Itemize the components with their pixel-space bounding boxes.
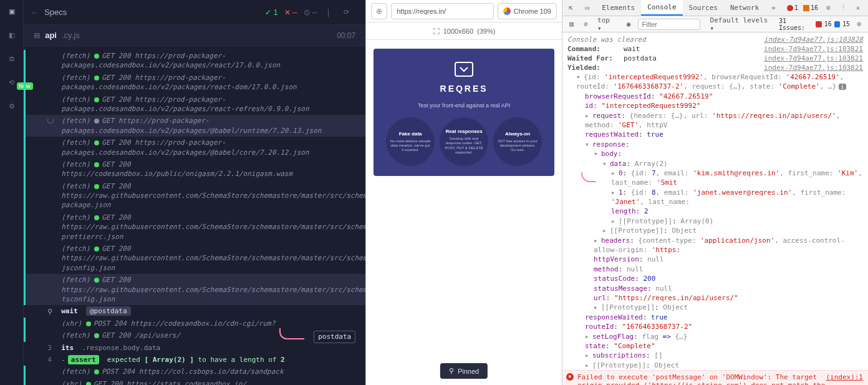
pin-icon: ⚲ bbox=[47, 307, 52, 316]
log-line[interactable]: (fetch) GET 200 https://prod-packager-pa… bbox=[24, 72, 365, 94]
object-prop[interactable]: state: "Complete" bbox=[562, 341, 868, 351]
log-line[interactable]: (fetch) GET 200 https://raw.githubuserco… bbox=[24, 212, 365, 243]
settings-icon[interactable]: ⚙ bbox=[823, 4, 833, 12]
issues-chip[interactable]: 31 Issues: 16 15 bbox=[779, 17, 850, 31]
log-line[interactable]: (fetch) GET 200 https://prod-packager-pa… bbox=[24, 50, 365, 72]
viewport-size: 1000x660 bbox=[443, 27, 473, 35]
wait-command[interactable]: ⚲wait @postdata bbox=[24, 305, 365, 317]
log-line[interactable]: (fetch) GET 200 https://prod-packager-pa… bbox=[24, 137, 365, 158]
more-icon[interactable]: ⋮ bbox=[838, 4, 848, 12]
object-prop[interactable]: ▾response: bbox=[562, 140, 868, 149]
hero-circle: Real responsesDevelop with real response… bbox=[440, 117, 488, 166]
log-line[interactable]: (fetch) GET 200 /api/users/ postdata bbox=[24, 329, 365, 341]
array-item[interactable]: ▸0: {id: 7, email: 'kim.smith@reqres.in'… bbox=[562, 168, 868, 188]
activity-debug-icon[interactable]: ⟲ New bbox=[6, 76, 18, 89]
object-prop[interactable]: ▾body: bbox=[562, 149, 868, 158]
inspect-icon[interactable]: ⇱ bbox=[562, 0, 579, 16]
tab-sources[interactable]: Sources bbox=[683, 0, 724, 16]
object-prop[interactable]: routeId: "1676463368737-2" bbox=[562, 322, 868, 331]
hero-circle: Fake dataNo more tedious sample data cre… bbox=[386, 117, 435, 166]
activity-runs-icon[interactable]: ⧉ bbox=[6, 52, 18, 65]
url-input[interactable]: https://reqres.in/ bbox=[391, 3, 494, 19]
object-prop[interactable]: ▸[[Prototype]]: Object bbox=[562, 226, 868, 235]
pin-icon: ⚲ bbox=[449, 367, 454, 375]
clear-console-icon[interactable]: ⊘ bbox=[581, 20, 591, 28]
runner-controls: ✓ 1 ✕ -- ⊙ -- │ ⟳ bbox=[259, 8, 358, 17]
log-line[interactable]: (fetch) GET 200 https://codesandbox.io/p… bbox=[24, 158, 365, 180]
object-prop[interactable]: statusCode: 200 bbox=[562, 274, 868, 283]
object-prop[interactable]: httpVersion: null bbox=[562, 255, 868, 264]
site-hero: REQRES Test your front-end against a rea… bbox=[374, 49, 554, 176]
activity-logo-icon[interactable]: ▣ bbox=[6, 5, 18, 17]
devtools-panel: ⇱ ▭ Elements Console Sources Network » 1… bbox=[562, 0, 868, 385]
filter-input[interactable] bbox=[638, 19, 700, 30]
object-prop[interactable]: ▸[[Prototype]]: Object bbox=[562, 361, 868, 370]
object-prop[interactable]: ▾data: Array(2) bbox=[562, 159, 868, 168]
console-settings-icon[interactable]: ⚙ bbox=[854, 20, 864, 28]
object-prop[interactable]: ▸[[Prototype]]: Array(0) bbox=[562, 217, 868, 226]
source-link[interactable]: index-7d94ae77.js:103821 bbox=[764, 45, 863, 53]
object-prop[interactable]: length: 2 bbox=[562, 207, 868, 216]
its-command[interactable]: 3its .response.body.data bbox=[24, 342, 365, 354]
object-prop[interactable]: browserRequestId: "42667.26519" bbox=[562, 92, 868, 101]
reload-icon[interactable]: ⟳ bbox=[340, 8, 352, 16]
assert-command[interactable]: 4-assert expected [ Array(2) ] to have a… bbox=[24, 354, 365, 366]
device-icon[interactable]: ▭ bbox=[579, 0, 596, 16]
console-line: Command:waitindex-7d94ae77.js:103821 bbox=[562, 44, 868, 54]
url-bar: ⊕ https://reqres.in/ Chrome 109 bbox=[366, 0, 562, 22]
object-prop[interactable]: requestWaited: true bbox=[562, 130, 868, 139]
object-prop[interactable]: url: "https://reqres.in/api/users/" bbox=[562, 293, 868, 303]
levels-select[interactable]: Default levels ▾ bbox=[708, 16, 775, 32]
console-error[interactable]: (index):1Failed to execute 'postMessage'… bbox=[562, 370, 868, 385]
object-prop[interactable]: ▸[[Prototype]]: Object bbox=[562, 303, 868, 312]
file-row[interactable]: ▤ api .cy.js 00:07 bbox=[24, 25, 365, 46]
live-expression-icon[interactable]: ◉ bbox=[624, 20, 634, 28]
site-name: REQRES bbox=[380, 84, 548, 94]
log-line[interactable]: (xhr) POST 204 https://codesandbox.io/cd… bbox=[24, 318, 365, 329]
log-line[interactable]: (xhr) GET 200 https://stats.codesandbox.… bbox=[24, 378, 365, 385]
log-line[interactable]: (fetch) GET 200 https://raw.githubuserco… bbox=[24, 180, 365, 212]
selector-playground-icon[interactable]: ⊕ bbox=[371, 3, 387, 19]
tab-console[interactable]: Console bbox=[641, 0, 682, 16]
pending-count: ⊙ -- bbox=[304, 8, 317, 17]
pinned-toast[interactable]: ⚲ Pinned bbox=[440, 363, 488, 379]
close-icon[interactable]: ✕ bbox=[853, 4, 863, 12]
object-prop[interactable]: responseWaited: true bbox=[562, 313, 868, 322]
console-line: Yielded:index-7d94ae77.js:103821 bbox=[562, 63, 868, 72]
log-line[interactable]: (fetch) GET 200 https://prod-packager-pa… bbox=[24, 94, 365, 115]
warn-badge[interactable]: 16 bbox=[803, 4, 818, 11]
viewport-info: ⛶ 1000x660 (39%) bbox=[366, 22, 562, 40]
hero-circle: Always-on24/7 free access in your develo… bbox=[493, 117, 542, 166]
source-link[interactable]: index-7d94ae77.js:103821 bbox=[764, 64, 863, 72]
object-header[interactable]: ▾{id: 'interceptedRequest9992', browserR… bbox=[562, 72, 868, 92]
log-line[interactable]: (fetch) POST 204 https://col.csbops.io/d… bbox=[24, 366, 365, 378]
browser-chip[interactable]: Chrome 109 bbox=[498, 3, 557, 19]
object-prop[interactable]: id: "interceptedRequest9992" bbox=[562, 101, 868, 110]
preview-panel: ⊕ https://reqres.in/ Chrome 109 ⛶ 1000x6… bbox=[365, 0, 562, 385]
activity-explorer-icon[interactable]: ◧ bbox=[6, 29, 18, 41]
tabs-overflow-icon[interactable]: » bbox=[765, 0, 782, 16]
log-line[interactable]: (fetch) GET 200 https://raw.githubuserco… bbox=[24, 243, 365, 274]
log-line[interactable]: (fetch) GET https://prod-packager-packag… bbox=[24, 115, 365, 137]
context-select[interactable]: top ▾ bbox=[595, 16, 619, 32]
error-source-link[interactable]: (index):1 bbox=[826, 373, 863, 381]
back-icon[interactable]: ← bbox=[31, 9, 38, 16]
log-line[interactable]: (fetch) GET 200 https://raw.githubuserco… bbox=[24, 274, 365, 305]
source-link[interactable]: index-7d94ae77.js:103821 bbox=[764, 54, 863, 62]
object-prop[interactable]: ▸subscriptions: [] bbox=[562, 351, 868, 360]
object-prop[interactable]: ▸request: {headers: {…}, url: 'https://r… bbox=[562, 111, 868, 130]
activity-settings-icon[interactable]: ⚙ bbox=[6, 100, 18, 112]
object-prop[interactable]: statusMessage: null bbox=[562, 284, 868, 293]
source-link[interactable]: index-7d94ae77.js:103828 bbox=[764, 36, 863, 44]
sidebar-toggle-icon[interactable]: ▥ bbox=[566, 20, 577, 28]
error-badge[interactable]: 1 bbox=[787, 4, 798, 11]
object-prop[interactable]: method: null bbox=[562, 265, 868, 274]
info-badge-icon[interactable]: i bbox=[839, 84, 846, 90]
file-ext: .cy.js bbox=[62, 31, 80, 40]
tab-elements[interactable]: Elements bbox=[596, 0, 641, 16]
object-prop[interactable]: ▸setLogFlag: flag => {…} bbox=[562, 332, 868, 341]
object-prop[interactable]: ▸headers: {content-type: 'application/js… bbox=[562, 236, 868, 255]
aut-frame[interactable]: REQRES Test your front-end against a rea… bbox=[366, 40, 562, 385]
tab-network[interactable]: Network bbox=[724, 0, 765, 16]
array-item[interactable]: ▸1: {id: 8, email: 'janet.weaver@reqres.… bbox=[562, 188, 868, 207]
